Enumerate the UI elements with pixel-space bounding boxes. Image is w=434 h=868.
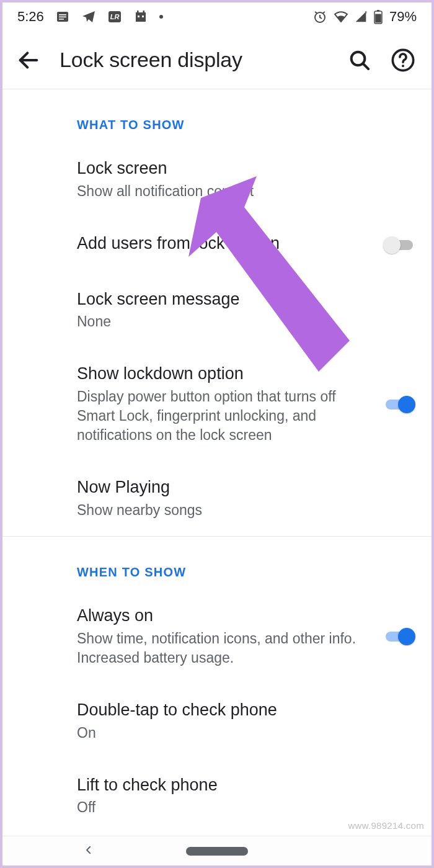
- pref-title: Add users from lock screen: [77, 233, 371, 254]
- pref-summary: Show nearby songs: [77, 501, 415, 520]
- device-frame: 5:26 LR R: [2, 2, 432, 866]
- pref-title: Lock screen message: [77, 289, 415, 310]
- notification-calendar-icon: [133, 9, 148, 24]
- notification-message-icon: [55, 9, 70, 24]
- back-button[interactable]: [16, 48, 41, 73]
- pref-double-tap[interactable]: Double-tap to check phone On: [2, 684, 432, 759]
- pref-title: Lift to check phone: [77, 775, 415, 796]
- pref-title: Show lockdown option: [77, 364, 371, 385]
- svg-rect-7: [143, 11, 144, 14]
- svg-rect-14: [375, 14, 381, 23]
- section-header-when: WHEN TO SHOW: [2, 537, 432, 589]
- clock-text: 5:26: [17, 9, 44, 25]
- svg-rect-3: [59, 19, 64, 20]
- battery-text: 79%: [389, 9, 417, 25]
- pref-summary: Display power button option that turns o…: [77, 387, 371, 445]
- help-button[interactable]: [391, 48, 415, 73]
- notification-app-icon: LR: [107, 9, 122, 24]
- svg-text:R: R: [365, 11, 367, 15]
- notification-more-dot: [159, 15, 163, 19]
- watermark-text: www.989214.com: [348, 820, 424, 831]
- switch-add-users[interactable]: [383, 236, 415, 254]
- search-button[interactable]: [347, 48, 372, 73]
- svg-text:LR: LR: [110, 13, 119, 20]
- app-bar: Lock screen display: [2, 31, 432, 89]
- pref-now-playing[interactable]: Now Playing Show nearby songs: [2, 461, 432, 536]
- status-bar-left: 5:26 LR: [17, 9, 163, 25]
- pref-summary: Show all notification content: [77, 182, 415, 201]
- svg-rect-9: [142, 16, 144, 17]
- pref-lock-screen[interactable]: Lock screen Show all notification conten…: [2, 142, 432, 217]
- switch-lockdown[interactable]: [383, 395, 415, 414]
- pref-summary: On: [77, 723, 415, 743]
- signal-icon: R: [355, 9, 367, 24]
- svg-rect-13: [377, 10, 379, 12]
- system-nav-bar: [2, 836, 432, 866]
- pref-title: Double-tap to check phone: [77, 700, 415, 721]
- alarm-icon: [312, 9, 327, 24]
- page-title: Lock screen display: [60, 48, 329, 72]
- svg-rect-2: [59, 17, 66, 18]
- svg-rect-8: [138, 16, 140, 17]
- notification-telegram-icon: [81, 9, 96, 24]
- status-bar-right: R 79%: [312, 9, 417, 25]
- pref-summary: Off: [77, 798, 415, 817]
- svg-rect-6: [137, 11, 139, 14]
- pref-summary: Show time, notification icons, and other…: [77, 629, 371, 668]
- wifi-icon: [334, 9, 348, 24]
- pref-title: Lock screen: [77, 158, 415, 179]
- pref-lockdown[interactable]: Show lockdown option Display power butto…: [2, 347, 432, 461]
- status-bar: 5:26 LR R: [2, 2, 432, 31]
- pref-lock-message[interactable]: Lock screen message None: [2, 273, 432, 348]
- section-header-what: WHAT TO SHOW: [2, 89, 432, 142]
- svg-point-17: [402, 65, 404, 67]
- pref-summary: None: [77, 312, 415, 331]
- settings-list[interactable]: WHAT TO SHOW Lock screen Show all notifi…: [2, 89, 432, 833]
- nav-home-pill[interactable]: [186, 847, 248, 856]
- pref-always-on[interactable]: Always on Show time, notification icons,…: [2, 589, 432, 684]
- svg-rect-1: [59, 14, 66, 16]
- pref-title: Now Playing: [77, 477, 415, 498]
- pref-title: Always on: [77, 606, 371, 627]
- nav-back-button[interactable]: [83, 844, 94, 858]
- switch-always-on[interactable]: [383, 627, 415, 646]
- pref-add-users[interactable]: Add users from lock screen: [2, 217, 432, 273]
- battery-icon: [373, 9, 383, 24]
